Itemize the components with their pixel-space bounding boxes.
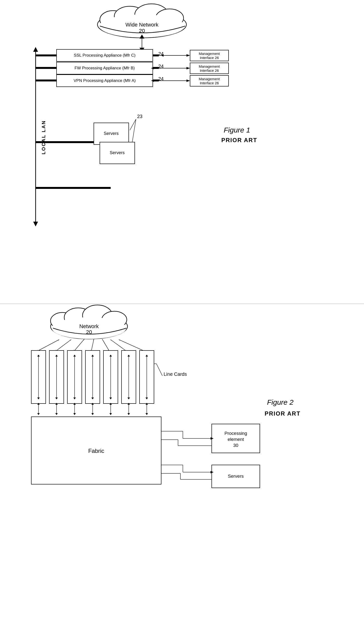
- svg-rect-18: [57, 49, 153, 61]
- svg-marker-134: [127, 403, 130, 405]
- svg-marker-124: [73, 413, 76, 415]
- svg-marker-116: [146, 397, 148, 399]
- svg-rect-22: [57, 75, 153, 87]
- svg-line-50: [130, 119, 136, 157]
- svg-point-60: [83, 305, 112, 326]
- svg-line-74: [75, 339, 84, 350]
- svg-text:SSL Processing Appliance (Mfr : SSL Processing Appliance (Mfr C): [74, 53, 135, 58]
- figure2-container: Network 20 Line Cards: [14, 308, 351, 626]
- svg-rect-144: [212, 465, 260, 488]
- svg-marker-107: [109, 355, 112, 356]
- svg-text:24: 24: [158, 64, 164, 69]
- svg-text:Line Cards: Line Cards: [164, 371, 187, 377]
- svg-marker-111: [127, 355, 130, 356]
- svg-marker-137: [146, 403, 148, 405]
- svg-rect-97: [67, 350, 82, 404]
- svg-text:23: 23: [137, 114, 142, 119]
- svg-marker-156: [210, 471, 214, 473]
- svg-marker-118: [37, 413, 40, 415]
- svg-marker-95: [55, 355, 58, 356]
- svg-text:20: 20: [86, 329, 92, 335]
- svg-marker-130: [109, 413, 112, 415]
- svg-text:Network: Network: [79, 323, 99, 329]
- svg-text:Management: Management: [199, 64, 220, 68]
- svg-text:PRIOR ART: PRIOR ART: [221, 137, 257, 143]
- svg-text:Interface 26: Interface 26: [200, 56, 219, 60]
- svg-marker-115: [146, 355, 148, 356]
- svg-rect-105: [103, 350, 118, 404]
- svg-text:element: element: [228, 437, 244, 442]
- svg-text:Interface 26: Interface 26: [200, 68, 219, 73]
- svg-marker-78: [90, 350, 93, 352]
- svg-marker-73: [70, 339, 72, 342]
- svg-marker-84: [124, 350, 127, 352]
- svg-text:VPN Processing Appliance (Mfr : VPN Processing Appliance (Mfr A): [74, 78, 136, 83]
- svg-text:24: 24: [158, 51, 164, 56]
- svg-rect-138: [31, 417, 161, 484]
- svg-marker-108: [109, 397, 112, 399]
- svg-marker-119: [37, 403, 40, 405]
- svg-marker-79: [93, 338, 94, 341]
- svg-marker-82: [101, 338, 103, 341]
- svg-text:Servers: Servers: [104, 131, 119, 136]
- svg-marker-69: [37, 350, 40, 352]
- svg-marker-72: [55, 350, 58, 352]
- svg-text:Figure 1: Figure 1: [224, 126, 250, 134]
- svg-marker-28: [186, 54, 190, 57]
- svg-point-1: [100, 10, 126, 29]
- svg-marker-91: [37, 355, 40, 356]
- svg-text:Figure 2: Figure 2: [267, 398, 293, 406]
- svg-line-66: [156, 364, 162, 376]
- svg-text:Management: Management: [199, 52, 220, 56]
- svg-marker-76: [83, 338, 85, 341]
- svg-text:Management: Management: [199, 77, 220, 81]
- svg-line-83: [111, 340, 126, 350]
- svg-point-4: [156, 9, 183, 27]
- svg-point-0: [97, 11, 186, 38]
- svg-line-68: [38, 340, 59, 350]
- svg-rect-43: [190, 75, 229, 86]
- svg-rect-140: [212, 424, 260, 453]
- svg-marker-92: [37, 397, 40, 399]
- svg-marker-10: [140, 34, 144, 38]
- svg-marker-32: [186, 67, 190, 69]
- svg-marker-87: [142, 350, 144, 352]
- svg-text:Servers: Servers: [228, 473, 244, 479]
- svg-marker-85: [110, 339, 112, 342]
- svg-marker-13: [33, 222, 38, 226]
- svg-text:Fabric: Fabric: [88, 448, 104, 454]
- svg-rect-89: [31, 350, 46, 404]
- svg-point-58: [51, 313, 75, 329]
- svg-text:24: 24: [158, 76, 164, 81]
- svg-text:30: 30: [233, 443, 238, 448]
- svg-marker-100: [73, 397, 76, 399]
- svg-rect-51: [94, 123, 129, 145]
- svg-marker-133: [127, 413, 130, 415]
- svg-marker-33: [151, 67, 154, 69]
- svg-text:20: 20: [139, 28, 145, 34]
- svg-marker-36: [151, 79, 154, 82]
- svg-line-86: [119, 340, 143, 350]
- svg-line-71: [57, 340, 71, 350]
- svg-text:Servers: Servers: [110, 150, 125, 155]
- svg-marker-30: [161, 54, 164, 57]
- svg-text:FW Processing Appliance (Mfr B: FW Processing Appliance (Mfr B): [75, 66, 135, 70]
- svg-marker-104: [91, 397, 94, 399]
- svg-marker-99: [73, 355, 76, 356]
- svg-marker-136: [146, 413, 148, 415]
- figure1-svg: Wide Network 20 LOCAL LAN SSL Processing…: [14, 7, 351, 296]
- svg-point-59: [64, 308, 92, 327]
- svg-rect-53: [100, 142, 135, 164]
- svg-point-62: [52, 317, 126, 339]
- svg-marker-125: [73, 403, 76, 405]
- svg-rect-20: [57, 62, 153, 74]
- svg-marker-127: [91, 413, 94, 415]
- svg-marker-70: [58, 339, 60, 342]
- svg-point-2: [114, 6, 146, 26]
- svg-line-49: [130, 119, 136, 130]
- svg-point-5: [99, 14, 185, 38]
- svg-marker-122: [55, 403, 58, 405]
- svg-marker-35: [186, 79, 190, 82]
- svg-point-61: [102, 311, 127, 328]
- svg-marker-88: [118, 339, 120, 342]
